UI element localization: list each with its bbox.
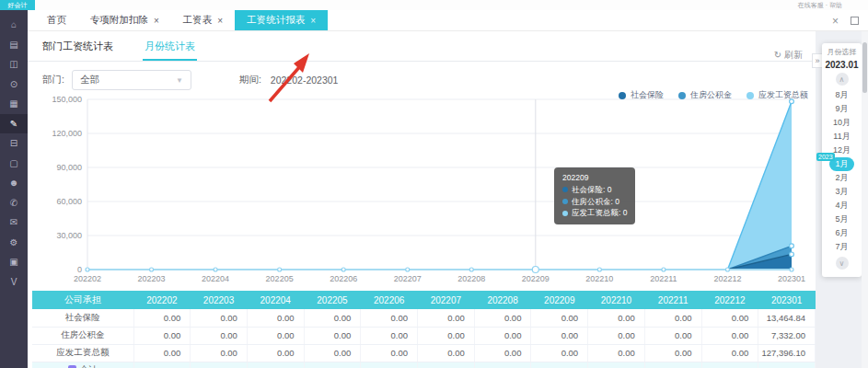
x-tick-label: 202203 — [138, 274, 166, 283]
table-cell: 0.00 — [644, 309, 701, 327]
department-select-value: 全部 — [80, 74, 99, 86]
y-tick-label: 150,000 — [52, 95, 82, 104]
table-cell: 0.00 — [474, 327, 531, 344]
assets-icon[interactable]: ▦ — [0, 94, 28, 114]
customers-icon[interactable]: ☻ — [0, 173, 28, 193]
legend-label: 社会保险 — [631, 89, 664, 101]
tick-marker — [662, 268, 665, 271]
tooltip-dot-icon — [562, 187, 568, 192]
tab-item-2[interactable]: 工资表× — [171, 10, 235, 30]
brand-v-icon[interactable]: V — [0, 272, 28, 293]
table-cell: 0.00 — [191, 362, 248, 368]
table-cell: 0.00 — [361, 327, 418, 344]
table-header-cell: 202204 — [247, 291, 304, 309]
department-select[interactable]: 全部 ▼ — [72, 70, 191, 90]
tick-marker — [406, 268, 410, 271]
series-line — [87, 254, 792, 270]
table-header-cell: 202301 — [758, 291, 816, 309]
tooltip-title: 202209 — [562, 172, 627, 184]
table-header-cell: 公司承担 — [32, 291, 133, 309]
fullscreen-icon[interactable] — [851, 17, 859, 25]
tick-marker — [341, 268, 345, 271]
report-chart-icon[interactable]: ◫ — [0, 54, 28, 75]
x-tick-label: 202205 — [266, 274, 294, 283]
series-line — [87, 101, 792, 270]
tab-item-0[interactable]: 首页 — [35, 10, 78, 30]
table-header-cell: 202210 — [588, 291, 645, 309]
tab-label: 专项附加扣除 — [90, 14, 148, 27]
tab-item-1[interactable]: 专项附加扣除× — [78, 10, 171, 30]
invoice-icon[interactable]: ⊟ — [0, 133, 28, 154]
month-item-7月[interactable]: 7月 — [822, 240, 862, 254]
app-logo: 好会计 — [0, 0, 35, 10]
tooltip-row-0: 社会保险: 0 — [562, 184, 627, 196]
tab-close-icon[interactable]: × — [154, 16, 159, 26]
legend-item-0[interactable]: 社会保险 — [619, 89, 664, 101]
service-icon[interactable]: ✆ — [0, 193, 28, 213]
table-cell: 0.00 — [191, 344, 248, 362]
month-item-5月[interactable]: 5月 — [822, 213, 862, 226]
checkout-icon[interactable]: ▢ — [0, 154, 28, 174]
tab-item-3[interactable]: 工资统计报表× — [235, 10, 328, 30]
table-cell: 127,396.10 — [758, 344, 816, 362]
table-cell: 0.00 — [304, 309, 361, 327]
month-item-3月[interactable]: 3月 — [822, 185, 862, 199]
table-row: 合计0.000.000.000.000.000.000.000.000.000.… — [32, 362, 816, 368]
subtab-bar: 部门工资统计表月份统计表 — [28, 31, 816, 62]
x-tick-label: 202301 — [778, 274, 805, 283]
y-tick-label: 60,000 — [56, 197, 82, 206]
settings-gear-icon[interactable]: ⚙ — [0, 233, 28, 253]
month-picker-panel: 月份选择 2023.01 ∧ 8月9月10月11月12月20231月2月3月4月… — [822, 43, 862, 277]
stats-table-wrap: 公司承担202202202203202204202205202206202207… — [32, 291, 816, 368]
voucher-icon[interactable]: ▤ — [0, 35, 28, 55]
funds-icon[interactable]: ⊙ — [0, 75, 28, 95]
month-item-10月[interactable]: 10月 — [822, 116, 862, 130]
refresh-button[interactable]: ↻ 刷新 — [774, 49, 803, 62]
table-cell: 0.00 — [191, 309, 248, 327]
salary-chart[interactable]: 030,00060,00090,000120,000150,0002022022… — [28, 88, 816, 287]
row-label-cell: 合计 — [32, 362, 133, 368]
tab-bar: 首页专项附加扣除×工资表×工资统计报表× — [28, 10, 868, 31]
month-item-4月[interactable]: 4月 — [822, 199, 862, 213]
legend-item-1[interactable]: 住房公积金 — [678, 89, 732, 101]
table-cell: 0.00 — [247, 362, 304, 368]
table-cell: 0.00 — [133, 362, 191, 368]
month-item-8月[interactable]: 8月 — [822, 88, 862, 102]
close-icon[interactable]: × — [832, 16, 839, 27]
tick-marker — [150, 268, 154, 271]
home-icon[interactable]: ⌂ — [0, 15, 28, 35]
hover-point-marker — [532, 267, 538, 273]
month-item-label: 2月 — [829, 171, 854, 185]
month-item-1月[interactable]: 20231月 — [822, 157, 862, 171]
mail-icon[interactable]: ✉ — [0, 213, 28, 233]
x-tick-label: 202207 — [394, 274, 422, 283]
month-item-2月[interactable]: 2月 — [822, 171, 862, 185]
legend-item-2[interactable]: 应发工资总额 — [746, 89, 808, 101]
month-item-9月[interactable]: 9月 — [822, 102, 862, 116]
salary-icon[interactable]: ✎ — [0, 114, 28, 134]
chevron-down-circle-icon[interactable]: ∨ — [836, 257, 849, 270]
tooltip-dot-icon — [562, 211, 568, 216]
tab-close-icon[interactable]: × — [217, 16, 223, 26]
tab-label: 工资统计报表 — [247, 14, 305, 27]
month-item-6月[interactable]: 6月 — [822, 226, 862, 240]
topbar-user-menu[interactable]: 在线客服 · 帮助 — [798, 1, 842, 10]
y-tick-label: 30,000 — [56, 231, 82, 240]
table-header-cell: 202208 — [474, 291, 531, 309]
month-item-11月[interactable]: 11月 — [822, 130, 862, 144]
subtab-item-1[interactable]: 月份统计表 — [145, 31, 195, 61]
tab-close-icon[interactable]: × — [310, 16, 316, 26]
month-item-label: 11月 — [829, 130, 854, 144]
table-cell: 0.00 — [418, 309, 475, 327]
calendar-icon[interactable]: ▣ — [0, 252, 28, 272]
month-item-label: 10月 — [829, 116, 854, 130]
chevron-up-icon[interactable]: ∧ — [836, 73, 849, 86]
subtab-item-0[interactable]: 部门工资统计表 — [42, 31, 113, 61]
tooltip-text: 社会保险: 0 — [572, 184, 611, 196]
table-header-cell: 202205 — [304, 291, 361, 309]
report-card: 部门工资统计表月份统计表 ↻ 刷新 部门: 全部 ▼ 期间: 202202-20… — [28, 31, 816, 368]
month-item-label: 8月 — [829, 88, 854, 102]
tooltip-row-2: 应发工资总额: 0 — [562, 207, 627, 219]
scrollbar-thumb[interactable] — [862, 42, 867, 93]
table-cell: 0.00 — [418, 344, 475, 362]
